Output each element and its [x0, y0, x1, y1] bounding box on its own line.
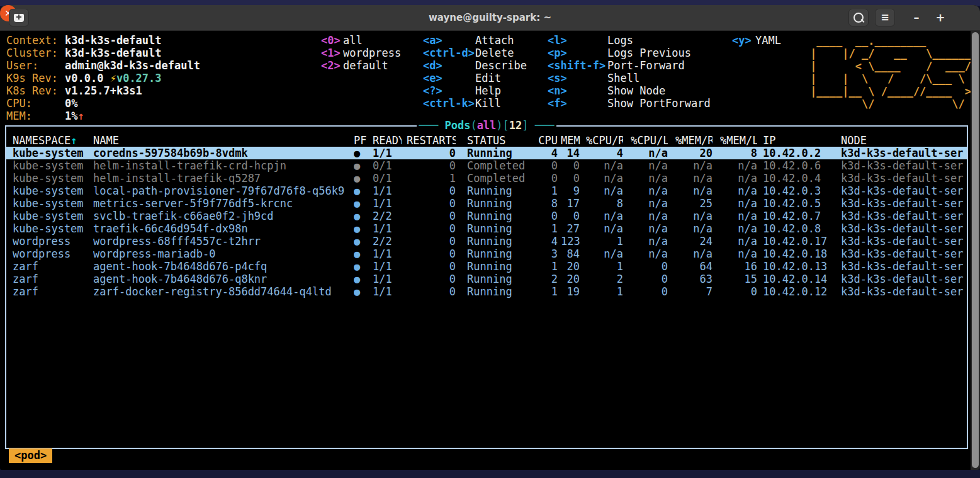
cluster-info-value: v0.27.3 [116, 72, 162, 84]
table-row[interactable]: wordpresswordpress-68fff4557c-t2hrr●2/20… [6, 235, 967, 248]
table-cell: n/a [720, 210, 757, 222]
table-cell: k3d-k3s-default-ser [841, 172, 967, 185]
search-button[interactable] [848, 9, 869, 26]
table-cell: 20 [675, 147, 712, 159]
pf-dot-cell: ● [354, 260, 369, 273]
table-row[interactable]: kube-systemmetrics-server-5f9f776df5-krc… [6, 197, 967, 210]
table-cell: 2 [586, 273, 623, 285]
table-row[interactable]: kube-systemhelm-install-traefik-q5287●0/… [6, 172, 967, 185]
table-cell: 1/1 [373, 248, 402, 260]
table-cell: k3d-k3s-default-ser [841, 185, 967, 197]
table-cell: 0 [561, 210, 580, 222]
action-shortcuts-col1: <a>Attach<ctrl-d>Delete<d>Describe<e>Edi… [423, 34, 527, 110]
table-row[interactable]: kube-systemcoredns-597584b69b-8vdmk●1/10… [6, 147, 967, 159]
table-row[interactable]: kube-systemtraefik-66c46d954f-dx98n●1/10… [6, 222, 967, 235]
shortcut-key: <?> [423, 84, 475, 97]
shortcut-label: Kill [475, 97, 501, 110]
column-header-status: STATUS [467, 134, 530, 147]
pf-dot-cell: ● [354, 197, 369, 210]
table-cell: zarf-docker-registry-856dd74644-q4ltd [93, 285, 347, 298]
cluster-info-value: admin@k3d-k3s-default [65, 59, 200, 72]
table-cell: Running [467, 273, 530, 285]
cluster-info-row: User:admin@k3d-k3s-default [6, 59, 200, 72]
column-header-name: NAME [93, 134, 347, 147]
namespace-shortcut-item: <2>default [321, 59, 401, 72]
window-title: wayne@guilty-spark: ~ [0, 5, 980, 30]
table-cell: k3d-k3s-default-ser [841, 147, 967, 159]
table-cell: kube-system [13, 197, 87, 210]
pf-dot-cell: ● [354, 210, 369, 222]
titlebar: wayne@guilty-spark: ~ ≡ – + ✕ [0, 5, 980, 31]
column-header-mem: MEM [561, 134, 580, 147]
column-header-text: NAMESPACE [13, 134, 70, 147]
action-shortcut-item: <f>Show PortForward [548, 97, 711, 110]
cluster-info-row: Context:k3d-k3s-default [6, 34, 200, 47]
table-cell: 0/1 [373, 172, 402, 185]
cluster-info-label: K9s Rev: [6, 72, 65, 84]
table-cell: 1 [407, 172, 456, 185]
table-cell: Running [467, 210, 530, 222]
action-shortcuts-col3: <y>YAML [732, 34, 781, 47]
table-cell: zarf [13, 273, 87, 285]
table-cell: n/a [586, 210, 623, 222]
table-cell: 27 [561, 222, 580, 235]
shortcut-label: Logs Previous [607, 47, 691, 59]
table-cell: k3d-k3s-default-ser [841, 273, 967, 285]
pf-dot-cell: ● [354, 185, 369, 197]
table-row[interactable]: kube-systemlocal-path-provisioner-79f67d… [6, 185, 967, 197]
table-cell: 10.42.0.13 [763, 260, 836, 273]
table-cell: 0 [407, 159, 456, 172]
table-cell: 2/2 [373, 235, 402, 248]
shortcut-label: Show PortForward [607, 97, 711, 110]
table-cell: 1 [536, 285, 558, 298]
table-cell: 1/1 [373, 197, 402, 210]
table-row[interactable]: zarfagent-hook-7b4648d676-p4cfq●1/10Runn… [6, 260, 967, 273]
table-cell: 0 [631, 273, 668, 285]
minimize-button[interactable]: – [910, 5, 923, 30]
table-cell: kube-system [13, 147, 87, 159]
table-row[interactable]: kube-systemsvclb-traefik-c66ae0f2-jh9cd●… [6, 210, 967, 222]
table-cell: 1/1 [373, 147, 402, 159]
action-shortcut-item: <l>Logs [548, 34, 711, 47]
table-cell: n/a [675, 185, 712, 197]
table-cell: k3d-k3s-default-ser [841, 285, 967, 298]
table-cell: 63 [675, 273, 712, 285]
table-title-part: ] [522, 119, 528, 132]
shortcut-key: <y> [732, 34, 755, 47]
table-cell: 64 [675, 260, 712, 273]
terminal-content: Context:k3d-k3s-defaultCluster:k3d-k3s-d… [0, 31, 980, 470]
table-cell: 9 [561, 185, 580, 197]
table-title-part: all [477, 119, 497, 132]
cluster-info-value: k3d-k3s-default [65, 34, 162, 47]
scrollbar[interactable] [971, 31, 980, 470]
table-cell: wordpress-68fff4557c-t2hrr [93, 235, 347, 248]
table-cell: n/a [720, 222, 757, 235]
table-cell: n/a [586, 185, 623, 197]
column-header--mem-r: %MEM/R [675, 134, 712, 147]
terminal-window: wayne@guilty-spark: ~ ≡ – + ✕ Context:k3… [0, 5, 980, 470]
cluster-info-label: CPU: [6, 97, 65, 110]
table-cell: 8 [536, 197, 558, 210]
table-cell: n/a [675, 159, 712, 172]
table-row[interactable]: wordpresswordpress-mariadb-0●1/10Running… [6, 248, 967, 260]
column-header--cpu-r: %CPU/R [586, 134, 623, 147]
table-cell: n/a [631, 159, 668, 172]
table-cell: kube-system [13, 172, 87, 185]
table-row[interactable]: kube-systemhelm-install-traefik-crd-hcpj… [6, 159, 967, 172]
action-shortcuts-col2: <l>Logs<p>Logs Previous<shift-f>Port-For… [548, 34, 711, 110]
table-cell: Running [467, 285, 530, 298]
column-header-ready: READY [373, 134, 402, 147]
table-cell: Running [467, 185, 530, 197]
column-header-ip: IP [763, 134, 836, 147]
namespace-shortcuts: <0>all<1>wordpress<2>default [321, 34, 401, 72]
maximize-button[interactable]: + [934, 5, 947, 30]
table-cell: zarf [13, 285, 87, 298]
scrollbar-thumb[interactable] [972, 32, 979, 468]
table-row[interactable]: zarfzarf-docker-registry-856dd74644-q4lt… [6, 285, 967, 298]
table-cell: svclb-traefik-c66ae0f2-jh9cd [93, 210, 347, 222]
pods-table: ─── Pods(all)[12] ─── NAMESPACE↑NAMEPFRE… [5, 125, 968, 449]
table-cell: 2/2 [373, 210, 402, 222]
table-row[interactable]: zarfagent-hook-7b4648d676-q8knr●1/10Runn… [6, 273, 967, 285]
shortcut-key: <2> [321, 59, 343, 72]
menu-button[interactable]: ≡ [875, 9, 895, 26]
